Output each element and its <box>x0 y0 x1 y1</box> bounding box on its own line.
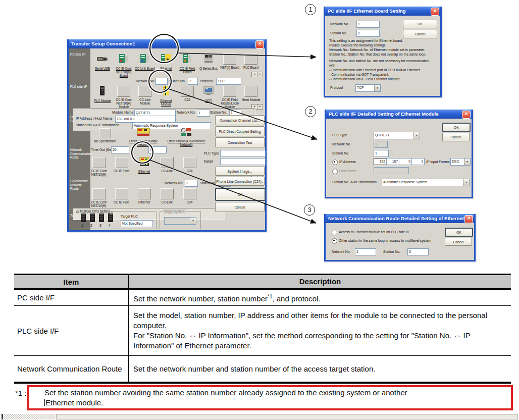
pc-if-q-series-bus[interactable]: Q Series Bus <box>198 54 219 70</box>
host-name-radio[interactable] <box>332 169 338 174</box>
co-c24[interactable]: C24 <box>178 188 201 204</box>
scroll-right-icon[interactable]: ► <box>257 104 263 110</box>
ip-octet-field[interactable]: 167 <box>386 158 399 165</box>
gray-module-icon[interactable] <box>138 86 151 97</box>
pc-if-cc-ie-field-board[interactable]: CC IE Field Board <box>177 54 198 74</box>
gray-module-icon[interactable] <box>223 86 236 97</box>
scrollbar-track[interactable] <box>4 414 56 419</box>
cancel-button[interactable]: Cancel <box>442 133 470 141</box>
ethernet-module-icon[interactable] <box>160 86 172 96</box>
chevron-down-icon[interactable]: ▼ <box>190 218 196 224</box>
chevron-down-icon[interactable]: ▼ <box>464 159 470 165</box>
gray-module-icon[interactable] <box>117 86 130 97</box>
chevron-down-icon[interactable]: ▼ <box>463 179 469 186</box>
protocol-combo[interactable]: TCP ▼ <box>355 84 381 92</box>
ok-button[interactable]: OK <box>442 123 471 132</box>
ncr-ethernet[interactable]: Ethernet <box>133 157 155 173</box>
dialog3-titlebar[interactable]: Network Communication Route Detailed Set… <box>326 214 474 223</box>
network-no-field[interactable]: 1 <box>356 21 380 28</box>
transfer-setup-titlebar[interactable]: Transfer Setup Connection1 ✕ <box>69 39 265 48</box>
network-no-field[interactable]: 2 <box>185 180 198 187</box>
ip-octet-field[interactable]: 192 <box>374 158 387 165</box>
pc-if-cc-ie-cont-board[interactable]: CC IE Cont NET/10(H) Board <box>113 54 134 77</box>
plc-if-c24[interactable]: C24 <box>177 86 198 101</box>
ip-format-combo[interactable]: DEC. ▼ <box>450 158 471 166</box>
plc-if-got[interactable]: GOT <box>198 86 219 102</box>
dialog1-titlebar[interactable]: PC side I/F Ethernet Board Setting ✕ <box>325 7 440 16</box>
phone-line-connection-button[interactable]: Phone Line Connection (C24).. <box>215 177 265 186</box>
protocol-field[interactable]: TCP <box>216 78 241 85</box>
connection-test-button[interactable]: Connection Test <box>215 137 265 147</box>
ethernet-route-icon[interactable] <box>139 157 150 167</box>
ok-button[interactable]: OK <box>445 228 473 237</box>
gray-route-icon[interactable] <box>92 157 106 168</box>
retry-field[interactable]: 0 <box>148 146 167 153</box>
system-image-button[interactable]: System Image... <box>215 167 265 176</box>
ip-host-field[interactable]: 192.168.0.1 <box>115 116 176 123</box>
cpu-icon[interactable] <box>108 214 114 223</box>
other-station-radio[interactable] <box>332 238 337 244</box>
ncr-cc-ie-field[interactable]: CC IE Field <box>110 157 133 173</box>
pc-if-ethernet-board[interactable]: Ethernet <box>155 54 177 70</box>
chevron-down-icon[interactable]: ▼ <box>413 132 420 139</box>
other-station-none[interactable]: No Specification <box>90 128 120 143</box>
ok-button[interactable]: OK <box>403 20 437 28</box>
ip-address-radio[interactable] <box>332 160 338 165</box>
chevron-down-icon[interactable]: ▼ <box>374 85 380 91</box>
gray-route-icon[interactable] <box>115 157 128 168</box>
gray-module-icon[interactable] <box>244 86 257 97</box>
scroll-right-icon[interactable]: ► <box>257 72 263 77</box>
cpu-icon[interactable] <box>89 214 95 223</box>
pc-if-serial-usb[interactable]: Serial USB <box>92 54 113 70</box>
gray-route-icon[interactable] <box>92 188 106 199</box>
other-station-coexist-icon[interactable] <box>180 127 193 136</box>
cancel-button[interactable]: Cancel <box>403 30 437 38</box>
station-no-field[interactable]: 2 <box>356 30 380 37</box>
circuit-board-icon[interactable] <box>118 54 130 64</box>
network-no-field[interactable]: 2 <box>355 248 376 255</box>
other-station-coexist[interactable]: Other Station (Co-existence Network) <box>165 127 208 146</box>
station-no-field[interactable]: 2 <box>188 78 198 85</box>
plc-tower-icon[interactable] <box>96 86 109 96</box>
gray-route-icon[interactable] <box>183 188 196 199</box>
serial-usb-icon[interactable] <box>96 54 109 64</box>
plc-if-head-module[interactable]: Head Module <box>240 86 262 101</box>
gray-route-icon[interactable] <box>183 157 196 168</box>
co-cc-ie-field[interactable]: CC IE Field <box>110 188 133 204</box>
circuit-board-icon[interactable] <box>139 54 151 64</box>
ethernet-board-icon[interactable] <box>160 54 172 64</box>
plc-if-cc-link-module[interactable]: CC-Link Module <box>134 86 155 105</box>
gray-square-icon[interactable] <box>99 128 111 138</box>
dialog2-titlebar[interactable]: PLC side I/F Detailed Setting of Etherne… <box>326 110 472 119</box>
station-no-field[interactable]: 1 <box>374 150 389 157</box>
close-icon[interactable]: ✕ <box>255 40 264 48</box>
close-icon[interactable]: ✕ <box>462 111 471 119</box>
gray-board-icon[interactable] <box>223 54 236 65</box>
gray-route-icon[interactable] <box>138 188 151 199</box>
station-no-field[interactable]: 3 <box>407 248 429 255</box>
other-station-single[interactable]: Other Station (Single Network) <box>124 127 163 146</box>
pc-if-plc-board[interactable]: PLC Board <box>240 54 262 69</box>
ncr-cc-ie-cont[interactable]: CC IE Cont NET/10(H) <box>87 157 110 176</box>
cancel-button[interactable]: Cancel <box>215 202 265 212</box>
circuit-board-icon[interactable] <box>181 54 193 64</box>
co-cc-link[interactable]: CC-Link <box>155 188 178 204</box>
ncr-cc-link[interactable]: CC-Link <box>155 157 178 173</box>
got-monitor-icon[interactable] <box>202 86 215 96</box>
timeout-field[interactable]: 30 <box>111 146 129 153</box>
network-no-field[interactable]: 1 <box>197 110 210 117</box>
connection-channel-list-button[interactable]: Connection Channel List... <box>215 115 265 125</box>
co-cc-ie-cont[interactable]: CC IE Cont NET/10(H) <box>87 188 110 207</box>
plc-direct-coupled-button[interactable]: PLC Direct Coupled Setting <box>215 126 265 136</box>
station-ip-info-combo[interactable]: Automatic Response System ▼ <box>382 179 470 186</box>
close-icon[interactable]: ✕ <box>431 8 439 16</box>
scrollbar-thumb[interactable] <box>56 414 518 419</box>
plc-type-combo[interactable]: QJ71E71 ▼ <box>374 132 420 139</box>
ip-octet-field[interactable]: 0 <box>399 158 412 165</box>
plc-if-cc-ie-field-master[interactable]: CC IE Field Master/Local Module <box>219 86 240 109</box>
pc-if-net2-board[interactable]: NET(II) Board <box>219 54 240 69</box>
access-ethernet-radio[interactable] <box>332 230 337 235</box>
plc-if-ethernet-module[interactable]: Ethernet Module <box>155 86 177 106</box>
ok-button[interactable]: OK <box>215 188 266 201</box>
gray-route-icon[interactable] <box>115 188 128 199</box>
